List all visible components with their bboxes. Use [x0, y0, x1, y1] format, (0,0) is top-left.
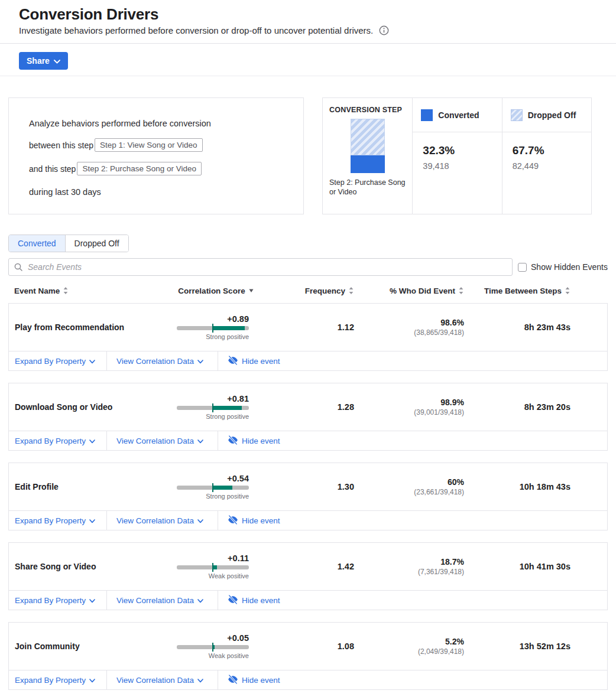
column-header-pct-who-did-event[interactable]: % Who Did Event: [354, 286, 463, 295]
event-name: Download Song or Video: [15, 402, 173, 412]
info-icon[interactable]: [379, 25, 389, 35]
pct-who-did-event-cell: 18.7% (7,361/39,418): [354, 557, 464, 576]
event-name: Join Community: [15, 642, 173, 651]
sort-icon: [349, 287, 354, 294]
step2-selector[interactable]: Step 2: Purchase Song or Video: [77, 162, 202, 175]
time-between-steps-value: 10h 41m 30s: [464, 562, 570, 571]
hide-event-button[interactable]: Hide event: [218, 511, 280, 530]
chevron-down-icon: [197, 516, 203, 525]
frequency-value: 1.12: [260, 323, 354, 332]
chevron-down-icon: [89, 357, 95, 366]
hide-event-button[interactable]: Hide event: [218, 591, 280, 610]
pct-who-did-event-cell: 98.6% (38,865/39,418): [354, 318, 464, 337]
event-row-card: Play from Recommendation +0.89 Strong po…: [8, 303, 608, 371]
converted-stat-column: Converted 32.3% 39,418: [412, 98, 501, 214]
chevron-down-icon: [197, 596, 203, 605]
column-header-frequency[interactable]: Frequency: [259, 286, 354, 295]
chevron-down-icon: [197, 357, 203, 366]
pct-value: 18.7%: [354, 557, 464, 566]
analysis-setup-panel: Analyze behaviors performed before conve…: [8, 97, 304, 214]
conversion-step-title: CONVERSION STEP: [329, 106, 406, 114]
conversion-stacked-bar-chart: [351, 119, 385, 173]
chevron-down-icon: [89, 437, 95, 445]
pct-fraction: (23,661/39,418): [354, 488, 464, 496]
dropped-stat-column: Dropped Off 67.7% 82,449: [502, 98, 591, 214]
sort-descending-icon: [249, 289, 254, 292]
show-hidden-events-toggle[interactable]: Show Hidden Events: [518, 262, 608, 272]
expand-by-property-button[interactable]: Expand By Property: [9, 431, 107, 450]
column-header-time-between-steps[interactable]: Time Between Steps: [463, 286, 570, 295]
correlation-score-value: +0.05: [177, 633, 249, 643]
sort-icon: [63, 287, 68, 294]
correlation-bar-zero-tick: [212, 403, 213, 412]
analysis-description: Analyze behaviors performed before conve…: [29, 119, 283, 128]
correlation-bar: [177, 565, 249, 569]
step1-selector[interactable]: Step 1: View Song or Video: [95, 138, 203, 152]
pct-who-did-event-cell: 5.2% (2,049/39,418): [354, 637, 464, 656]
pct-value: 60%: [354, 477, 464, 487]
tab-dropped-off[interactable]: Dropped Off: [66, 235, 128, 252]
search-input[interactable]: [8, 258, 513, 276]
column-header-correlation-score[interactable]: Correlation Score: [173, 286, 259, 295]
page-title: Conversion Drivers: [19, 5, 597, 24]
hide-event-button[interactable]: Hide event: [218, 670, 280, 689]
dropped-percentage: 67.7%: [513, 144, 591, 157]
dropped-legend-label: Dropped Off: [528, 110, 576, 120]
correlation-score-value: +0.89: [177, 314, 249, 324]
pct-value: 98.6%: [354, 318, 464, 327]
result-tabs: Converted Dropped Off: [8, 235, 129, 252]
view-correlation-data-button[interactable]: View Correlation Data: [107, 511, 218, 530]
view-correlation-data-button[interactable]: View Correlation Data: [107, 670, 218, 689]
eye-off-icon: [228, 515, 238, 527]
column-header-event-name[interactable]: Event Name: [14, 286, 173, 295]
date-range-label: during last 30 days: [29, 187, 283, 197]
converted-legend-label: Converted: [438, 110, 479, 120]
expand-by-property-button[interactable]: Expand By Property: [9, 511, 107, 530]
hide-event-button[interactable]: Hide event: [218, 351, 280, 370]
show-hidden-checkbox[interactable]: [518, 263, 527, 272]
correlation-score-cell: +0.81 Strong positive: [177, 394, 249, 420]
eye-off-icon: [228, 355, 238, 367]
table-header-row: Event Name Correlation Score Frequency %…: [8, 283, 608, 298]
correlation-bar: [177, 326, 249, 330]
event-rows-list: Play from Recommendation +0.89 Strong po…: [0, 303, 616, 690]
expand-by-property-button[interactable]: Expand By Property: [9, 670, 107, 689]
show-hidden-label: Show Hidden Events: [531, 262, 608, 272]
frequency-value: 1.28: [260, 402, 354, 412]
correlation-bar: [177, 406, 249, 410]
chevron-down-icon: [197, 676, 203, 685]
expand-by-property-button[interactable]: Expand By Property: [9, 351, 107, 370]
converted-bar-segment: [351, 155, 385, 173]
view-correlation-data-button[interactable]: View Correlation Data: [107, 431, 218, 450]
view-correlation-data-button[interactable]: View Correlation Data: [107, 591, 218, 610]
dropped-legend-swatch: [511, 109, 523, 121]
and-step-label: and this step: [29, 164, 76, 174]
view-correlation-data-button[interactable]: View Correlation Data: [107, 351, 218, 370]
correlation-score-cell: +0.11 Weak positive: [177, 554, 249, 579]
event-row-card: Join Community +0.05 Weak positive 1.08 …: [8, 622, 608, 690]
frequency-value: 1.42: [260, 562, 354, 571]
correlation-strength-label: Strong positive: [177, 413, 249, 420]
correlation-bar: [177, 486, 249, 490]
correlation-bar-fill: [213, 565, 217, 569]
correlation-score-value: +0.11: [177, 554, 249, 563]
correlation-score-cell: +0.54 Strong positive: [177, 474, 249, 500]
tab-converted[interactable]: Converted: [9, 235, 66, 252]
share-button-label: Share: [27, 56, 50, 66]
hide-event-button[interactable]: Hide event: [218, 431, 280, 450]
correlation-strength-label: Weak positive: [177, 652, 249, 659]
correlation-bar-zero-tick: [212, 563, 213, 572]
share-button[interactable]: Share: [19, 52, 68, 70]
time-between-steps-value: 13h 52m 12s: [464, 642, 570, 651]
event-name: Share Song or Video: [15, 562, 173, 571]
expand-by-property-button[interactable]: Expand By Property: [9, 591, 107, 610]
correlation-score-cell: +0.05 Weak positive: [177, 633, 249, 659]
converted-count: 39,418: [423, 161, 501, 171]
eye-off-icon: [228, 674, 238, 686]
converted-legend-swatch: [421, 109, 433, 121]
between-step-label: between this step: [29, 141, 93, 150]
correlation-strength-label: Weak positive: [177, 572, 249, 579]
correlation-strength-label: Strong positive: [177, 333, 249, 340]
converted-percentage: 32.3%: [423, 144, 501, 157]
conversion-summary-panel: CONVERSION STEP Step 2: Purchase Song or…: [322, 97, 592, 214]
